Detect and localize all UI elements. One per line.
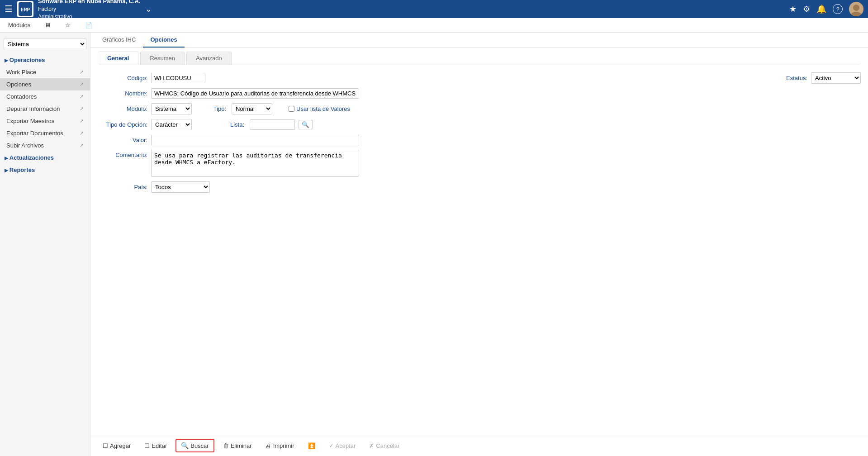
nombre-label: Nombre: [98, 90, 147, 97]
lista-label: Lista: [226, 121, 244, 128]
tipo-select[interactable]: Normal [232, 103, 272, 114]
form-tab-resumen[interactable]: Resumen [140, 52, 185, 65]
header-left: ☰ ERP Software ERP en Nube Panama, C.A. … [5, 0, 152, 21]
sidebar-item-exportar-maestros[interactable]: Exportar Maestros ↗ [0, 115, 90, 127]
comentario-label: Comentario: [98, 152, 147, 158]
tipo-label: Tipo: [208, 105, 226, 112]
cancelar-label: Cancelar [376, 442, 399, 449]
gear-icon[interactable]: ⚙ [803, 4, 810, 14]
lista-search-button[interactable]: 🔍 [299, 120, 313, 129]
form-tab-general[interactable]: General [98, 52, 138, 65]
codigo-label: Código: [98, 75, 147, 81]
buscar-label: Buscar [190, 442, 209, 449]
aceptar-button[interactable]: ✓ Aceptar [324, 440, 361, 452]
expand-icon: ⏫ [308, 442, 315, 449]
eliminar-label: Eliminar [231, 442, 252, 449]
sidebar-section-operaciones[interactable]: Operaciones [0, 54, 90, 66]
nav-monitor[interactable]: 🖥 [41, 20, 54, 30]
eliminar-button[interactable]: 🗑 Eliminar [218, 440, 257, 452]
tab-graficos[interactable]: Gráficos IHC [95, 33, 143, 48]
header: ☰ ERP Software ERP en Nube Panama, C.A. … [0, 0, 868, 18]
form-row-nombre: Nombre: [98, 88, 861, 99]
cancelar-icon: ✗ [369, 442, 374, 449]
form-row-valor: Valor: [98, 135, 861, 145]
estatus-label: Estatus: [780, 75, 807, 81]
tipo-opcion-select[interactable]: Carácter [151, 119, 192, 130]
sidebar-item-workplace[interactable]: Work Place ↗ [0, 66, 90, 78]
sidebar-item-subir-archivos[interactable]: Subir Archivos ↗ [0, 139, 90, 152]
form-row-modulo: Módulo: Sistema Tipo: Normal Usar lista … [98, 103, 861, 114]
eliminar-icon: 🗑 [223, 442, 229, 449]
modulo-label: Módulo: [98, 105, 147, 112]
form-row-tipo-opcion: Tipo de Opción: Carácter Lista: 🔍 [98, 119, 861, 130]
header-right: ★ ⚙ 🔔 ? [789, 2, 863, 16]
external-icon: ↗ [80, 142, 84, 148]
external-icon: ↗ [80, 81, 84, 87]
sidebar-section-reportes[interactable]: Reportes [0, 164, 90, 176]
agregar-button[interactable]: ☐ Agregar [98, 440, 136, 452]
form-tab-avanzado[interactable]: Avanzado [186, 52, 232, 65]
editar-button[interactable]: ☐ Editar [139, 440, 172, 452]
aceptar-label: Aceptar [336, 442, 356, 449]
form-row-codigo: Código: Estatus: Activo Inactivo [98, 72, 861, 84]
agregar-label: Agregar [110, 442, 131, 449]
external-icon: ↗ [80, 130, 84, 136]
tab-opciones[interactable]: Opciones [143, 33, 184, 48]
usar-lista-checkbox[interactable] [289, 106, 294, 112]
nombre-input[interactable] [151, 88, 359, 99]
external-icon: ↗ [80, 94, 84, 100]
lista-input[interactable] [250, 119, 295, 130]
sidebar: Sistema Operaciones Work Place ↗ Opcione… [0, 33, 90, 456]
bell-icon[interactable]: 🔔 [816, 4, 826, 14]
user-avatar[interactable] [849, 2, 863, 16]
sidebar-section-actualizaciones[interactable]: Actualizaciones [0, 152, 90, 164]
pais-label: País: [98, 184, 147, 190]
sidebar-item-exportar-docs[interactable]: Exportar Documentos ↗ [0, 127, 90, 139]
external-icon: ↗ [80, 106, 84, 112]
pais-select[interactable]: Todos [151, 181, 210, 193]
aceptar-icon: ✓ [329, 442, 334, 449]
form-row-comentario: Comentario: Se usa para registrar las au… [98, 150, 861, 177]
sidebar-item-opciones[interactable]: Opciones ↗ [0, 78, 90, 90]
sidebar-item-depurar[interactable]: Depurar Información ↗ [0, 103, 90, 115]
imprimir-label: Imprimir [273, 442, 294, 449]
valor-label: Valor: [98, 137, 147, 143]
editar-icon: ☐ [144, 442, 150, 449]
valor-input[interactable] [151, 135, 359, 145]
comentario-textarea[interactable]: Se usa para registrar las auditorias de … [151, 150, 359, 177]
imprimir-button[interactable]: 🖨 Imprimir [261, 440, 299, 452]
hamburger-menu[interactable]: ☰ [5, 4, 13, 14]
imprimir-icon: 🖨 [266, 442, 271, 449]
app-title: Software ERP en Nube Panama, C.A. Factor… [38, 0, 141, 21]
content-area: Gráficos IHC Opciones General Resumen Av… [90, 33, 868, 456]
main-layout: Sistema Operaciones Work Place ↗ Opcione… [0, 33, 868, 456]
agregar-icon: ☐ [103, 442, 108, 449]
usar-lista-label[interactable]: Usar lista de Valores [289, 105, 350, 112]
nav-star[interactable]: ☆ [62, 20, 74, 30]
help-icon[interactable]: ? [833, 4, 843, 14]
content-tabs: Gráficos IHC Opciones [90, 33, 868, 48]
form-row-pais: País: Todos [98, 181, 861, 193]
buscar-icon: 🔍 [181, 442, 189, 449]
cancelar-button[interactable]: ✗ Cancelar [364, 440, 404, 452]
nav-modulos[interactable]: Módulos [5, 20, 34, 30]
svg-text:ERP: ERP [21, 7, 30, 12]
star-icon[interactable]: ★ [789, 4, 797, 14]
svg-point-3 [853, 5, 859, 11]
app-logo: ERP [17, 1, 33, 17]
header-dropdown-icon[interactable]: ⌄ [145, 4, 152, 14]
buscar-button[interactable]: 🔍 Buscar [175, 439, 214, 452]
modulo-select[interactable]: Sistema [151, 103, 192, 114]
form-tabs: General Resumen Avanzado [90, 48, 868, 65]
editar-label: Editar [152, 442, 167, 449]
external-icon: ↗ [80, 69, 84, 75]
expand-button[interactable]: ⏫ [303, 440, 320, 452]
bottom-toolbar: ☐ Agregar ☐ Editar 🔍 Buscar 🗑 Eliminar 🖨… [90, 435, 868, 456]
codigo-input[interactable] [151, 73, 205, 83]
tipo-opcion-label: Tipo de Opción: [98, 121, 147, 128]
sidebar-item-contadores[interactable]: Contadores ↗ [0, 90, 90, 103]
estatus-select[interactable]: Activo Inactivo [811, 72, 861, 84]
nav-doc[interactable]: 📄 [81, 20, 96, 30]
external-icon: ↗ [80, 118, 84, 124]
sidebar-system-select[interactable]: Sistema [4, 38, 86, 50]
